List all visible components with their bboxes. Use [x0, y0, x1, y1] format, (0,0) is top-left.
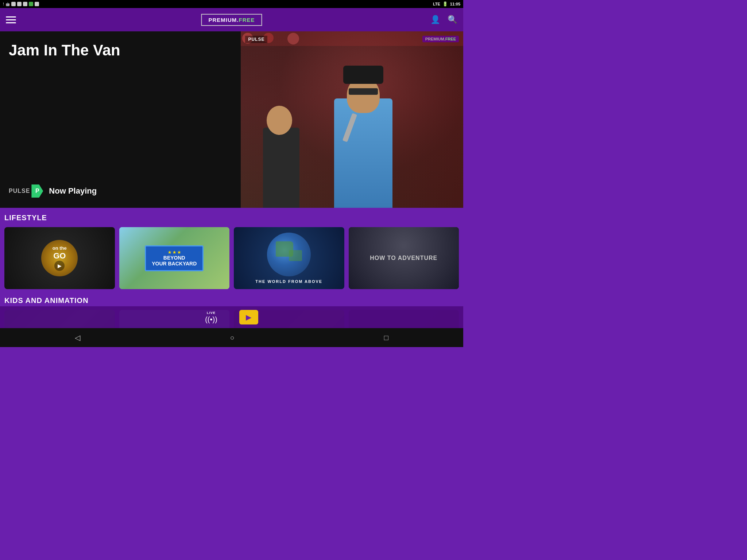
beyond-line2: YOUR BACKYARD — [152, 261, 197, 267]
status-icons: ! 🤖 — [3, 2, 39, 6]
hamburger-line-1 — [6, 16, 16, 18]
brand-free: FREE — [239, 17, 255, 23]
guitarist-body — [263, 128, 299, 208]
status-right: LTE 🔋 11:05 — [433, 1, 460, 7]
hamburger-line-2 — [6, 19, 16, 20]
hamburger-line-3 — [6, 22, 16, 23]
video-pulse-badge: PULSE — [245, 36, 267, 43]
recent-apps-button[interactable]: □ — [384, 334, 388, 342]
play-icon: ▶ — [246, 313, 251, 322]
notification-icon: ! — [3, 2, 4, 6]
live-button[interactable]: LIVE ((•)) — [205, 311, 217, 324]
person-body — [334, 98, 392, 208]
home-button[interactable]: ○ — [230, 334, 234, 342]
app-icon-3 — [23, 2, 27, 6]
thumbnail-beyond-backyard[interactable]: ★ ★ ★ BEYOND YOUR BACKYARD — [119, 227, 230, 289]
video-scene — [241, 31, 463, 208]
video-premium-badge: PREMIUM.FREE — [422, 36, 459, 42]
pulse-logo: PULSE P — [9, 184, 43, 198]
on-the-go-text: on the — [53, 245, 67, 251]
kids-section-title: KIDS AND ANIMATION — [4, 296, 459, 305]
video-button[interactable]: ▶ — [239, 310, 258, 324]
hero-channel-info: PULSE P Now Playing — [9, 184, 232, 198]
pulse-p-icon: P — [31, 184, 43, 198]
hero-title: Jam In The Van — [9, 42, 232, 59]
thumbnail-world-from-above[interactable]: THE WORLD FROM ABOVE — [234, 227, 344, 289]
on-the-go-go: GO — [53, 251, 66, 261]
app-icon-2 — [17, 2, 22, 6]
lte-indicator: LTE — [433, 2, 440, 6]
battery-icon: 🔋 — [442, 1, 448, 7]
guitarist — [263, 106, 307, 208]
brand-logo[interactable]: PREMIUM.FREE — [201, 14, 262, 26]
thumbnail-on-the-go[interactable]: on the GO ▶ — [4, 227, 115, 289]
bottom-bar: LIVE ((•)) ▶ — [0, 306, 463, 328]
world-wrapper: THE WORLD FROM ABOVE — [255, 233, 322, 284]
free-word: FREE — [445, 37, 456, 41]
earth-visual — [267, 233, 311, 276]
search-icon[interactable]: 🔍 — [448, 15, 457, 24]
user-add-icon[interactable]: 👤 — [430, 15, 440, 24]
hero-section: Jam In The Van PULSE P Now Playing — [0, 31, 463, 208]
premium-word: PREMIUM. — [425, 37, 445, 41]
android-icon: 🤖 — [5, 2, 10, 6]
hamburger-menu[interactable] — [6, 16, 16, 23]
hero-video-panel[interactable]: PULSE PREMIUM.FREE — [241, 31, 463, 208]
video-person — [323, 55, 403, 208]
decor-3 — [287, 33, 299, 44]
beyond-badge: ★ ★ ★ BEYOND YOUR BACKYARD — [145, 245, 204, 271]
brand-premium: PREMIUM. — [208, 17, 239, 23]
lifestyle-section-title: LIFESTYLE — [4, 214, 459, 222]
beyond-line1: BEYOND — [152, 255, 197, 261]
guitarist-head — [267, 106, 292, 135]
clock: 11:05 — [450, 2, 460, 6]
status-bar: ! 🤖 LTE 🔋 11:05 — [0, 0, 463, 8]
pulse-text: PULSE — [9, 188, 30, 194]
lifestyle-row: on the GO ▶ ★ ★ ★ BEYOND YOUR BACKYARD — [4, 227, 459, 289]
now-playing-label: Now Playing — [49, 186, 97, 196]
person-glasses — [349, 88, 378, 95]
app-icon-1 — [11, 2, 16, 6]
back-button[interactable]: ◁ — [75, 333, 80, 342]
thumbnail-how-to-adventure[interactable]: HOW TO ADVENTURE — [349, 227, 459, 289]
app-icon-5 — [35, 2, 39, 6]
live-icon: ((•)) — [205, 315, 217, 324]
adventure-label: HOW TO ADVENTURE — [370, 255, 437, 261]
android-nav: ◁ ○ □ — [0, 328, 463, 347]
top-nav: PREMIUM.FREE 👤 🔍 — [0, 8, 463, 31]
app-icon-4 — [29, 2, 33, 6]
stars: ★ ★ ★ — [152, 250, 197, 255]
person-hat — [343, 66, 383, 84]
continent-2 — [289, 250, 302, 261]
live-label: LIVE — [207, 311, 216, 315]
nav-right-icons: 👤 🔍 — [430, 15, 457, 24]
hero-left-panel: Jam In The Van PULSE P Now Playing — [0, 31, 241, 208]
on-the-go-logo: on the GO ▶ — [41, 240, 78, 276]
on-the-go-arrow-icon: ▶ — [54, 261, 65, 271]
world-label: THE WORLD FROM ABOVE — [255, 279, 322, 284]
